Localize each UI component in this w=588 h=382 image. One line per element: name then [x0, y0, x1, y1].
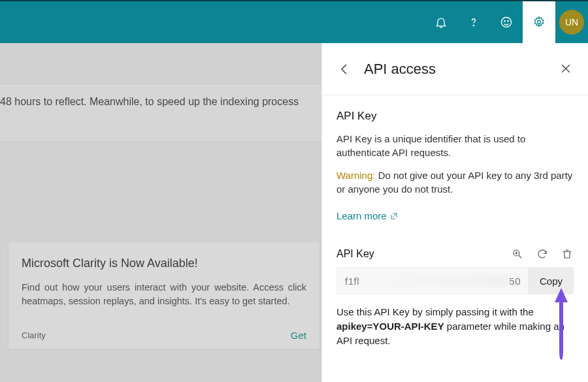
promo-card-source: Clarity: [22, 330, 46, 340]
close-button[interactable]: [559, 62, 574, 76]
api-key-value: f1fl 50: [337, 276, 529, 287]
delete-icon[interactable]: [561, 247, 574, 261]
promo-card-title: Microsoft Clarity is Now Available!: [22, 257, 306, 270]
svg-point-1: [502, 18, 512, 27]
learn-more-text: Learn more: [336, 210, 387, 221]
usage-note: Use this API Key by simply passing it wi…: [336, 305, 574, 347]
settings-button[interactable]: [523, 1, 555, 43]
promo-card-body: Find out how your users interact with yo…: [22, 281, 306, 308]
panel-header: API access: [322, 43, 588, 95]
panel-body: API Key API Key is a unique identifier t…: [322, 95, 588, 347]
api-key-warning: Warning: Do not give out your API key to…: [336, 168, 574, 196]
avatar-initials: UN: [559, 10, 584, 35]
panel-title: API access: [364, 61, 547, 78]
user-avatar[interactable]: UN: [555, 1, 588, 43]
usage-prefix: Use this API Key by simply passing it wi…: [336, 306, 534, 317]
usage-param: apikey=YOUR-API-KEY: [336, 321, 444, 332]
svg-point-3: [508, 21, 508, 22]
feedback-button[interactable]: [490, 1, 523, 43]
api-key-description: API Key is a unique identifier that is u…: [336, 132, 574, 159]
api-access-panel: API access API Key API Key is a unique i…: [321, 43, 588, 382]
back-button[interactable]: [336, 61, 352, 77]
svg-point-0: [473, 25, 474, 25]
learn-more-link[interactable]: Learn more: [336, 210, 399, 221]
key-blur-mask: [362, 276, 509, 287]
svg-point-4: [538, 21, 541, 24]
notifications-button[interactable]: [425, 1, 457, 43]
copy-button[interactable]: Copy: [529, 268, 573, 294]
key-tools: [511, 247, 574, 261]
warning-label: Warning:: [336, 170, 375, 181]
key-label: API Key: [336, 248, 374, 260]
info-strip-text: 48 hours to reflect. Meanwhile, to speed…: [0, 96, 299, 107]
refresh-icon[interactable]: [536, 247, 549, 261]
key-label-row: API Key: [336, 247, 574, 261]
section-heading: API Key: [336, 110, 574, 123]
svg-point-2: [504, 21, 505, 22]
promo-card-action[interactable]: Get: [291, 330, 306, 341]
topbar: UN: [0, 0, 588, 43]
zoom-icon[interactable]: [511, 247, 524, 261]
key-suffix: 50: [509, 276, 521, 287]
promo-card: Microsoft Clarity is Now Available! Find…: [8, 242, 320, 349]
help-button[interactable]: [457, 1, 490, 43]
key-prefix: f1fl: [345, 276, 359, 287]
external-link-icon: [389, 212, 399, 221]
api-key-field: f1fl 50 Copy: [336, 267, 574, 294]
